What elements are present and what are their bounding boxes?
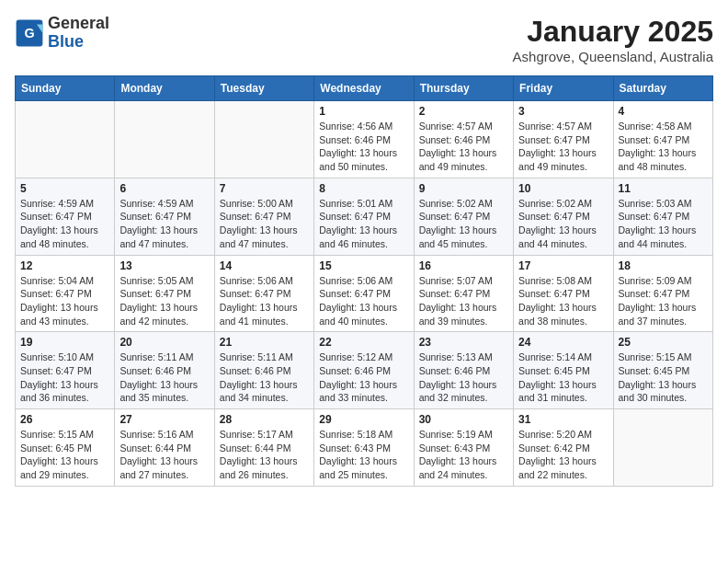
calendar-cell: 12Sunrise: 5:04 AM Sunset: 6:47 PM Dayli… bbox=[16, 255, 115, 332]
calendar-cell: 13Sunrise: 5:05 AM Sunset: 6:47 PM Dayli… bbox=[115, 255, 214, 332]
calendar-cell: 19Sunrise: 5:10 AM Sunset: 6:47 PM Dayli… bbox=[16, 332, 115, 409]
day-number: 9 bbox=[419, 182, 508, 195]
calendar-cell bbox=[115, 101, 214, 178]
calendar-cell: 29Sunrise: 5:18 AM Sunset: 6:43 PM Dayli… bbox=[314, 409, 414, 487]
day-number: 20 bbox=[119, 336, 209, 349]
calendar-cell: 17Sunrise: 5:08 AM Sunset: 6:47 PM Dayli… bbox=[514, 255, 613, 332]
day-number: 25 bbox=[619, 336, 708, 349]
title-block: January 2025 Ashgrove, Queensland, Austr… bbox=[513, 15, 713, 64]
calendar-cell: 28Sunrise: 5:17 AM Sunset: 6:44 PM Dayli… bbox=[214, 409, 313, 487]
day-info: Sunrise: 4:57 AM Sunset: 6:47 PM Dayligh… bbox=[518, 120, 608, 174]
day-number: 17 bbox=[518, 259, 608, 272]
weekday-header-wednesday: Wednesday bbox=[314, 76, 414, 101]
calendar-cell: 14Sunrise: 5:06 AM Sunset: 6:47 PM Dayli… bbox=[214, 255, 313, 332]
day-info: Sunrise: 5:19 AM Sunset: 6:43 PM Dayligh… bbox=[419, 428, 508, 482]
day-info: Sunrise: 5:05 AM Sunset: 6:47 PM Dayligh… bbox=[119, 274, 209, 328]
day-number: 18 bbox=[619, 259, 708, 272]
day-number: 16 bbox=[419, 259, 508, 272]
day-number: 3 bbox=[518, 105, 608, 118]
day-number: 1 bbox=[319, 105, 408, 118]
day-number: 26 bbox=[20, 413, 109, 426]
calendar-week-4: 19Sunrise: 5:10 AM Sunset: 6:47 PM Dayli… bbox=[16, 332, 713, 409]
day-number: 28 bbox=[220, 413, 309, 426]
day-info: Sunrise: 5:17 AM Sunset: 6:44 PM Dayligh… bbox=[220, 428, 309, 482]
calendar-cell bbox=[613, 409, 712, 487]
day-info: Sunrise: 5:06 AM Sunset: 6:47 PM Dayligh… bbox=[319, 274, 408, 328]
day-number: 23 bbox=[419, 336, 508, 349]
calendar-cell: 18Sunrise: 5:09 AM Sunset: 6:47 PM Dayli… bbox=[613, 255, 712, 332]
calendar-cell: 6Sunrise: 4:59 AM Sunset: 6:47 PM Daylig… bbox=[115, 178, 214, 255]
day-info: Sunrise: 5:09 AM Sunset: 6:47 PM Dayligh… bbox=[619, 274, 708, 328]
logo: G General Blue bbox=[15, 15, 109, 52]
day-info: Sunrise: 5:07 AM Sunset: 6:47 PM Dayligh… bbox=[419, 274, 508, 328]
day-info: Sunrise: 5:11 AM Sunset: 6:46 PM Dayligh… bbox=[119, 350, 209, 405]
weekday-header-sunday: Sunday bbox=[16, 76, 115, 101]
calendar-cell: 21Sunrise: 5:11 AM Sunset: 6:46 PM Dayli… bbox=[214, 332, 313, 409]
weekday-header-friday: Friday bbox=[514, 76, 613, 101]
day-number: 27 bbox=[119, 413, 209, 426]
calendar-cell: 8Sunrise: 5:01 AM Sunset: 6:47 PM Daylig… bbox=[314, 178, 414, 255]
day-info: Sunrise: 4:57 AM Sunset: 6:46 PM Dayligh… bbox=[419, 120, 508, 174]
day-number: 4 bbox=[619, 105, 708, 118]
calendar-week-1: 1Sunrise: 4:56 AM Sunset: 6:46 PM Daylig… bbox=[16, 101, 713, 178]
day-info: Sunrise: 4:59 AM Sunset: 6:47 PM Dayligh… bbox=[20, 197, 109, 251]
day-number: 2 bbox=[419, 105, 508, 118]
day-number: 30 bbox=[419, 413, 508, 426]
day-info: Sunrise: 5:00 AM Sunset: 6:47 PM Dayligh… bbox=[220, 197, 309, 251]
day-number: 15 bbox=[319, 259, 408, 272]
calendar-cell: 5Sunrise: 4:59 AM Sunset: 6:47 PM Daylig… bbox=[16, 178, 115, 255]
calendar-cell: 20Sunrise: 5:11 AM Sunset: 6:46 PM Dayli… bbox=[115, 332, 214, 409]
logo-general: General bbox=[48, 14, 109, 32]
calendar-cell: 1Sunrise: 4:56 AM Sunset: 6:46 PM Daylig… bbox=[314, 101, 414, 178]
day-info: Sunrise: 5:02 AM Sunset: 6:47 PM Dayligh… bbox=[419, 197, 508, 251]
day-info: Sunrise: 5:18 AM Sunset: 6:43 PM Dayligh… bbox=[319, 428, 408, 482]
calendar-cell: 30Sunrise: 5:19 AM Sunset: 6:43 PM Dayli… bbox=[414, 409, 513, 487]
day-info: Sunrise: 5:06 AM Sunset: 6:47 PM Dayligh… bbox=[220, 274, 309, 328]
day-number: 5 bbox=[20, 182, 109, 195]
day-number: 22 bbox=[319, 336, 408, 349]
day-info: Sunrise: 5:14 AM Sunset: 6:45 PM Dayligh… bbox=[518, 350, 608, 405]
calendar-cell: 25Sunrise: 5:15 AM Sunset: 6:45 PM Dayli… bbox=[613, 332, 712, 409]
day-info: Sunrise: 4:59 AM Sunset: 6:47 PM Dayligh… bbox=[119, 197, 209, 251]
day-number: 11 bbox=[619, 182, 708, 195]
day-number: 10 bbox=[518, 182, 608, 195]
weekday-header-monday: Monday bbox=[115, 76, 214, 101]
month-year: January 2025 bbox=[513, 15, 713, 49]
calendar-cell: 22Sunrise: 5:12 AM Sunset: 6:46 PM Dayli… bbox=[314, 332, 414, 409]
location: Ashgrove, Queensland, Australia bbox=[513, 49, 713, 64]
day-number: 31 bbox=[518, 413, 608, 426]
calendar-cell: 24Sunrise: 5:14 AM Sunset: 6:45 PM Dayli… bbox=[514, 332, 613, 409]
day-number: 21 bbox=[220, 336, 309, 349]
day-info: Sunrise: 5:13 AM Sunset: 6:46 PM Dayligh… bbox=[419, 350, 508, 405]
day-number: 8 bbox=[319, 182, 408, 195]
day-number: 29 bbox=[319, 413, 408, 426]
day-info: Sunrise: 5:10 AM Sunset: 6:47 PM Dayligh… bbox=[20, 350, 109, 405]
day-info: Sunrise: 5:15 AM Sunset: 6:45 PM Dayligh… bbox=[20, 428, 109, 482]
page-header: G General Blue January 2025 Ashgrove, Qu… bbox=[15, 15, 713, 64]
calendar-cell: 11Sunrise: 5:03 AM Sunset: 6:47 PM Dayli… bbox=[613, 178, 712, 255]
logo-blue: Blue bbox=[48, 32, 84, 51]
calendar-cell: 16Sunrise: 5:07 AM Sunset: 6:47 PM Dayli… bbox=[414, 255, 513, 332]
calendar-cell: 9Sunrise: 5:02 AM Sunset: 6:47 PM Daylig… bbox=[414, 178, 513, 255]
calendar-cell: 7Sunrise: 5:00 AM Sunset: 6:47 PM Daylig… bbox=[214, 178, 313, 255]
logo-text: General Blue bbox=[48, 15, 109, 52]
calendar-week-3: 12Sunrise: 5:04 AM Sunset: 6:47 PM Dayli… bbox=[16, 255, 713, 332]
day-info: Sunrise: 5:12 AM Sunset: 6:46 PM Dayligh… bbox=[319, 350, 408, 405]
calendar-cell bbox=[214, 101, 313, 178]
day-number: 19 bbox=[20, 336, 109, 349]
day-info: Sunrise: 5:03 AM Sunset: 6:47 PM Dayligh… bbox=[619, 197, 708, 251]
calendar-cell: 31Sunrise: 5:20 AM Sunset: 6:42 PM Dayli… bbox=[514, 409, 613, 487]
logo-icon: G bbox=[15, 18, 44, 48]
day-number: 6 bbox=[119, 182, 209, 195]
calendar-cell: 27Sunrise: 5:16 AM Sunset: 6:44 PM Dayli… bbox=[115, 409, 214, 487]
calendar-cell: 23Sunrise: 5:13 AM Sunset: 6:46 PM Dayli… bbox=[414, 332, 513, 409]
weekday-header-row: SundayMondayTuesdayWednesdayThursdayFrid… bbox=[16, 76, 713, 101]
day-info: Sunrise: 4:56 AM Sunset: 6:46 PM Dayligh… bbox=[319, 120, 408, 174]
calendar-week-2: 5Sunrise: 4:59 AM Sunset: 6:47 PM Daylig… bbox=[16, 178, 713, 255]
calendar-cell: 2Sunrise: 4:57 AM Sunset: 6:46 PM Daylig… bbox=[414, 101, 513, 178]
day-number: 7 bbox=[220, 182, 309, 195]
day-info: Sunrise: 5:11 AM Sunset: 6:46 PM Dayligh… bbox=[220, 350, 309, 405]
day-info: Sunrise: 5:02 AM Sunset: 6:47 PM Dayligh… bbox=[518, 197, 608, 251]
day-info: Sunrise: 4:58 AM Sunset: 6:47 PM Dayligh… bbox=[619, 120, 708, 174]
weekday-header-thursday: Thursday bbox=[414, 76, 513, 101]
